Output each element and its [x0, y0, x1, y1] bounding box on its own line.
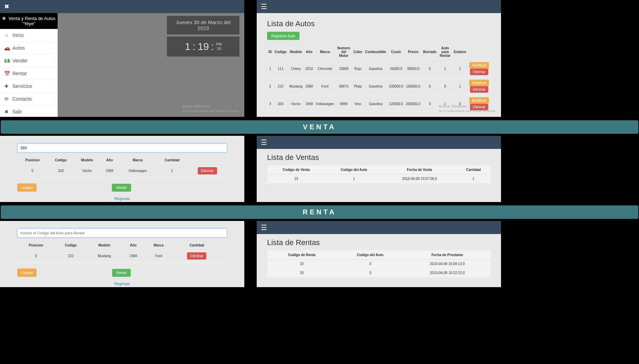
rentar-button[interactable]: Rentar — [112, 269, 131, 277]
sidebar-item-inicio[interactable]: ⌂Inicio — [0, 29, 58, 42]
modify-button[interactable]: Modificar — [469, 97, 489, 104]
vender-button[interactable]: Vender — [112, 184, 131, 192]
time-display: 1 : 19 : PM 19 — [167, 37, 239, 57]
delete-button[interactable]: Eliminar — [198, 167, 217, 174]
hamburger-icon[interactable]: ☰ — [261, 2, 267, 11]
sidebar-item-autos[interactable]: 🚗Autos› — [0, 42, 58, 54]
sidebar-item-contacto[interactable]: ✉Contacto› — [0, 93, 58, 105]
sidebar-item-label: Servicios — [12, 83, 32, 89]
sidebar-item-label: Inicio — [12, 32, 24, 38]
brand-name: Venta y Renta de Autos — [9, 16, 56, 21]
inicio-icon: ⌂ — [4, 32, 9, 38]
dashboard-overlay: Jueves 30 de Marzo del 2023 1 : 19 : PM … — [58, 13, 244, 117]
renta-code-input[interactable] — [17, 229, 227, 237]
sidebar-item-vender[interactable]: 💵Vender› — [0, 54, 58, 67]
table-row: 1111Chevy2010Chevrolet10889RojoGasolina2… — [267, 60, 491, 78]
move-icon: ✥ — [2, 16, 6, 21]
back-link[interactable]: Regresar — [17, 282, 227, 286]
table-row: 3332018-04-08 15:22:22.0 — [267, 269, 491, 277]
venta-cart-table: PosicionCodigoModeloAñoMarcaCantidad 033… — [17, 156, 227, 177]
sidebar-item-servicios[interactable]: ✚Servicios› — [0, 80, 58, 93]
page-title: Lista de Ventas — [257, 149, 501, 165]
modify-button[interactable]: Modificar — [469, 80, 489, 86]
clear-button[interactable]: Limpiar — [17, 269, 37, 277]
autos-table: IDCodigoModeloAñoMarcaNumero del MotorCo… — [267, 44, 491, 113]
sidebar-item-salir[interactable]: ✖Salir — [0, 105, 58, 117]
delete-button[interactable]: Eliminar — [470, 69, 488, 75]
renta-cart-table: PosicionCodigoModeloAñoMarcaCantidad 022… — [17, 241, 227, 262]
chevron-right-icon: › — [52, 84, 53, 88]
autos-icon: 🚗 — [4, 45, 9, 51]
chevron-right-icon: › — [52, 59, 53, 63]
register-auto-button[interactable]: Registrar Auto — [267, 32, 299, 40]
venta-banner: VENTA — [1, 120, 638, 134]
page-title: Lista de Rentas — [257, 234, 501, 251]
sidebar-item-label: Rentar — [12, 71, 27, 76]
table-row: 2312018-04-08 15:07:08.01 — [267, 174, 491, 183]
rentas-table: Codigo de RentaCodigo del AutoFecha de P… — [267, 251, 491, 277]
hamburger-icon[interactable]: ☰ — [261, 138, 267, 146]
sidebar: ⌂Inicio🚗Autos›💵Vender›📅Rentar›✚Servicios… — [0, 29, 58, 117]
clear-button[interactable]: Limpiar — [17, 183, 37, 192]
renta-banner: RENTA — [1, 205, 638, 219]
sidebar-item-label: Autos — [12, 45, 25, 51]
sidebar-item-label: Salir — [12, 109, 22, 114]
delete-button[interactable]: Eliminar — [187, 252, 206, 260]
brand-header: ✥ Venta y Renta de Autos "Yeye" — [0, 13, 58, 29]
sidebar-item-rentar[interactable]: 📅Rentar› — [0, 67, 58, 80]
windows-watermark: Activar Windows Ve a Configuración para … — [439, 104, 496, 113]
hamburger-icon[interactable]: ☰ — [261, 223, 267, 232]
salir-icon: ✖ — [4, 109, 9, 114]
chevron-right-icon: › — [52, 46, 53, 50]
delete-button[interactable]: Eliminar — [470, 86, 488, 93]
venta-code-input[interactable] — [17, 143, 227, 152]
windows-watermark: Activar Windows Ve a Configuración para … — [182, 104, 239, 113]
brand-sub: "Yeye" — [22, 21, 36, 26]
ventas-table: Codigo de VentaCodigo del AutoFecha de V… — [267, 165, 491, 183]
date-display: Jueves 30 de Marzo del 2023 — [167, 16, 239, 34]
page-title: Lista de Autos — [257, 13, 501, 32]
chevron-right-icon: › — [52, 97, 53, 101]
servicios-icon: ✚ — [4, 83, 9, 89]
close-icon[interactable]: ✖ — [4, 3, 9, 10]
back-link[interactable]: Regresar — [17, 196, 227, 201]
table-row: 2222Mustang1968Ford99875PlataGasolina100… — [267, 78, 491, 95]
sidebar-item-label: Contacto — [12, 96, 32, 102]
table-row: 3232018-04-08 15:09:13.0 — [267, 260, 491, 269]
rentar-icon: 📅 — [4, 71, 9, 76]
contacto-icon: ✉ — [4, 96, 9, 102]
sidebar-item-label: Vender — [12, 58, 28, 63]
chevron-right-icon: › — [52, 71, 53, 75]
vender-icon: 💵 — [4, 58, 9, 63]
modify-button[interactable]: Modificar — [469, 62, 489, 69]
